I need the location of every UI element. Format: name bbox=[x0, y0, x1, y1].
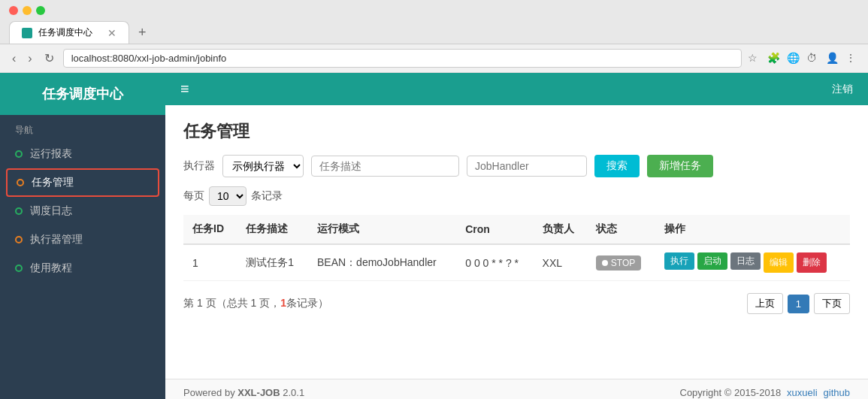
translate-icon[interactable]: 🌐 bbox=[787, 52, 800, 65]
traffic-light-yellow[interactable] bbox=[23, 6, 32, 15]
traffic-light-green[interactable] bbox=[36, 6, 45, 15]
status-dot-icon bbox=[602, 260, 608, 266]
app-layout: 任务调度中心 导航 运行报表 任务管理 调度日志 执行器管理 使用教程 ≡ 注销 bbox=[0, 73, 868, 399]
task-desc-input[interactable] bbox=[311, 156, 459, 177]
col-cron: Cron bbox=[456, 215, 533, 244]
job-handler-input[interactable] bbox=[467, 156, 587, 177]
back-button[interactable]: ‹ bbox=[9, 50, 19, 67]
version-text: 2.0.1 bbox=[280, 387, 305, 398]
cell-mode: BEAN：demoJobHandler bbox=[308, 244, 456, 281]
account-icon[interactable]: 👤 bbox=[826, 52, 839, 65]
footer-right: Copyright © 2015-2018 xuxueli github bbox=[680, 387, 851, 398]
browser-chrome: 任务调度中心 ✕ + ‹ › ↻ ☆ 🧩 🌐 ⏱ 👤 ⋮ bbox=[0, 0, 868, 73]
author-link[interactable]: xuxueli bbox=[787, 387, 817, 398]
dot-icon bbox=[15, 207, 23, 215]
footer-left: Powered by XXL-JOB 2.0.1 bbox=[183, 387, 304, 398]
records-per-page-select[interactable]: 10 20 50 bbox=[209, 186, 246, 206]
filter-bar: 执行器 示例执行器 搜索 新增任务 bbox=[183, 155, 850, 177]
active-tab[interactable]: 任务调度中心 ✕ bbox=[9, 21, 129, 44]
dot-icon bbox=[15, 264, 23, 272]
tab-favicon bbox=[22, 28, 32, 38]
cell-cron: 0 0 0 * * ? * bbox=[456, 244, 533, 281]
hamburger-icon[interactable]: ≡ bbox=[180, 80, 189, 98]
menu-icon[interactable]: ⋮ bbox=[845, 52, 859, 65]
records-suffix: 条记录 bbox=[251, 189, 283, 203]
product-name: XXL-JOB bbox=[237, 387, 280, 398]
cell-desc: 测试任务1 bbox=[237, 244, 308, 281]
delete-button[interactable]: 删除 bbox=[797, 252, 827, 273]
cell-actions: 执行 启动 日志 编辑 删除 bbox=[655, 244, 850, 281]
col-mode: 运行模式 bbox=[308, 215, 456, 244]
sidebar-item-job-manage[interactable]: 任务管理 bbox=[6, 168, 159, 197]
sidebar-title: 任务调度中心 bbox=[0, 73, 165, 115]
table-row: 1 测试任务1 BEAN：demoJobHandler 0 0 0 * * ? … bbox=[183, 244, 850, 281]
address-bar[interactable] bbox=[63, 49, 742, 68]
sidebar-item-label: 任务管理 bbox=[32, 176, 74, 189]
dot-icon bbox=[15, 236, 23, 243]
github-link[interactable]: github bbox=[824, 387, 850, 398]
sidebar-item-executor-manage[interactable]: 执行器管理 bbox=[0, 225, 165, 254]
sidebar: 任务调度中心 导航 运行报表 任务管理 调度日志 执行器管理 使用教程 bbox=[0, 73, 165, 399]
prev-page-button[interactable]: 上页 bbox=[747, 293, 783, 314]
page-title: 任务管理 bbox=[183, 120, 850, 143]
cell-id: 1 bbox=[183, 244, 237, 281]
col-status: 状态 bbox=[587, 215, 655, 244]
col-owner: 负责人 bbox=[534, 215, 587, 244]
col-actions: 操作 bbox=[655, 215, 850, 244]
forward-button[interactable]: › bbox=[25, 50, 35, 67]
content-area: 任务管理 执行器 示例执行器 搜索 新增任务 每页 10 20 50 bbox=[165, 105, 868, 379]
pagination-text: 第 1 页（总共 1 页，1条记录） bbox=[183, 297, 328, 309]
topbar: ≡ 注销 bbox=[165, 73, 868, 105]
star-icon[interactable]: ☆ bbox=[748, 52, 761, 65]
log-button[interactable]: 日志 bbox=[730, 252, 761, 270]
sidebar-item-schedule-log[interactable]: 调度日志 bbox=[0, 197, 165, 225]
traffic-light-red[interactable] bbox=[9, 6, 18, 15]
pagination-controls: 上页 1 下页 bbox=[747, 293, 850, 314]
search-button[interactable]: 搜索 bbox=[594, 155, 640, 177]
tab-close-button[interactable]: ✕ bbox=[107, 27, 116, 39]
start-button[interactable]: 启动 bbox=[697, 252, 727, 270]
cell-status: STOP bbox=[587, 244, 655, 281]
current-page-button[interactable]: 1 bbox=[788, 295, 809, 313]
pagination-bar: 第 1 页（总共 1 页，1条记录） 上页 1 下页 bbox=[183, 293, 850, 314]
status-badge: STOP bbox=[596, 255, 641, 271]
col-desc: 任务描述 bbox=[237, 215, 308, 244]
status-label: STOP bbox=[611, 258, 635, 268]
records-prefix: 每页 bbox=[183, 189, 204, 203]
copyright-text: Copyright © 2015-2018 bbox=[680, 387, 782, 398]
nav-label: 导航 bbox=[0, 115, 165, 140]
executor-select[interactable]: 示例执行器 bbox=[222, 155, 304, 177]
pagination-info: 第 1 页（总共 1 页，1条记录） bbox=[183, 297, 328, 310]
footer: Powered by XXL-JOB 2.0.1 Copyright © 201… bbox=[165, 379, 868, 399]
tab-title: 任务调度中心 bbox=[38, 26, 92, 39]
main-content: ≡ 注销 任务管理 执行器 示例执行器 搜索 新增任务 每页 10 bbox=[165, 73, 868, 399]
logout-button[interactable]: 注销 bbox=[832, 83, 853, 96]
sidebar-item-tutorial[interactable]: 使用教程 bbox=[0, 254, 165, 283]
dot-icon bbox=[17, 179, 24, 186]
sidebar-item-run-report[interactable]: 运行报表 bbox=[0, 140, 165, 168]
dot-icon bbox=[15, 150, 23, 158]
sidebar-item-label: 执行器管理 bbox=[30, 233, 83, 246]
sidebar-item-label: 使用教程 bbox=[30, 261, 72, 275]
col-id: 任务ID bbox=[183, 215, 237, 244]
refresh-button[interactable]: ↻ bbox=[41, 50, 57, 67]
extension-icon[interactable]: 🧩 bbox=[767, 52, 781, 65]
cell-owner: XXL bbox=[534, 244, 587, 281]
edit-button[interactable]: 编辑 bbox=[764, 252, 794, 273]
records-bar: 每页 10 20 50 条记录 bbox=[183, 186, 850, 206]
add-job-button[interactable]: 新增任务 bbox=[647, 155, 713, 177]
executor-label: 执行器 bbox=[183, 159, 215, 173]
sidebar-item-label: 运行报表 bbox=[30, 147, 72, 161]
execute-button[interactable]: 执行 bbox=[664, 252, 694, 270]
sidebar-item-label: 调度日志 bbox=[30, 204, 72, 218]
next-page-button[interactable]: 下页 bbox=[814, 293, 850, 314]
job-table: 任务ID 任务描述 运行模式 Cron 负责人 状态 操作 1 测试任务1 BE… bbox=[183, 215, 850, 281]
history-icon[interactable]: ⏱ bbox=[806, 52, 820, 65]
action-buttons: 执行 启动 日志 编辑 删除 bbox=[664, 252, 841, 273]
new-tab-button[interactable]: + bbox=[132, 22, 153, 44]
powered-by-text: Powered by bbox=[183, 387, 237, 398]
